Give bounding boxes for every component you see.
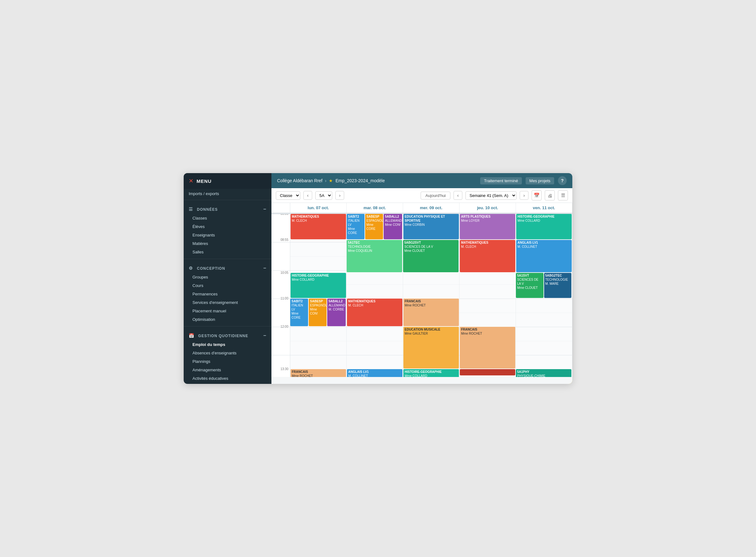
header-mar: mar. 08 oct. xyxy=(347,203,403,213)
calendar-event[interactable]: ARTS PLASTIQUESMme LOYER xyxy=(460,214,515,239)
sidebar-item-cours[interactable]: Cours xyxy=(184,281,272,290)
calendar-event[interactable]: SABESPESPAGNOLMme CORE xyxy=(365,214,383,239)
sidebar-item-optimisation[interactable]: Optimisation xyxy=(184,315,272,324)
calendar-event[interactable]: HISTOIRE-GEOGRAPHIEMme COLLARD xyxy=(403,369,459,377)
sidebar-item-imports[interactable]: Imports / exports xyxy=(184,189,272,199)
calendar-event[interactable]: ANGLAIS LV1M. COLLINET xyxy=(516,240,572,272)
time-header xyxy=(272,203,290,213)
class-selector[interactable]: 5A xyxy=(315,191,332,200)
sidebar-item-classes[interactable]: Classes xyxy=(184,214,272,222)
database-icon: ☰ xyxy=(189,207,193,212)
calendar-event[interactable]: MATHEMATIQUESM. CLECH xyxy=(347,299,403,326)
calendar-event[interactable]: 5A1SVTSCIENCES DE LA VMme CLOUET xyxy=(516,273,543,298)
calendar-event[interactable]: 5ABG2SVTSCIENCES DE LA VMme CLOUET xyxy=(403,240,459,272)
time-column: 08:0008:5510:0511:0012:0013:3014:2515:35… xyxy=(272,214,290,377)
header-ven: ven. 11 oct. xyxy=(516,203,572,213)
day-column-ven: HISTOIRE-GEOGRAPHIEMme COLLARDANGLAIS LV… xyxy=(516,214,572,377)
sidebar-item-emploi[interactable]: Emploi du temps xyxy=(184,340,272,349)
prev-class-button[interactable]: ‹ xyxy=(304,191,312,200)
day-column-mer: EDUCATION PHYSIQUE ET SPORTIVEMme CORBIN… xyxy=(403,214,460,377)
next-week-button[interactable]: › xyxy=(520,191,529,200)
calendar-wrapper: lun. 07 oct. mar. 08 oct. mer. 09 oct. j… xyxy=(272,203,572,377)
calendar-event[interactable]: 5ABG2TECTECHNOLOGIEM. MARE xyxy=(544,273,572,298)
section-donnees-label: DONNÉES xyxy=(197,207,218,212)
calendar-area: lun. 07 oct. mar. 08 oct. mer. 09 oct. j… xyxy=(272,203,572,384)
header-mer: mer. 09 oct. xyxy=(403,203,460,213)
main-content: Collège Aldébaran Rref › ★ Emp_2023-2024… xyxy=(272,173,572,384)
calendar-event[interactable]: HISTOIRE-GEOGRAPHIEMme COLLARD xyxy=(290,273,346,298)
sidebar-item-eleves[interactable]: Élèves xyxy=(184,222,272,231)
day-column-mar: SABIT2ITALIEN LVMme CORESABESPESPAGNOLMm… xyxy=(347,214,403,377)
top-bar: Collège Aldébaran Rref › ★ Emp_2023-2024… xyxy=(272,173,572,188)
calendar-event[interactable]: SABIT2ITALIEN LVMme CORE xyxy=(290,299,308,326)
help-button[interactable]: ? xyxy=(558,176,567,185)
calendar-event[interactable]: 5ABALL2ALLEMANDMme CON! xyxy=(384,214,402,239)
calendar-event[interactable]: SABESPESPAGNOLMme CON! xyxy=(309,299,326,326)
close-icon[interactable]: ✕ xyxy=(189,177,193,184)
collapse-conception-icon[interactable]: − xyxy=(263,265,266,271)
toolbar: Classe ‹ 5A › Aujourd'hui ‹ Semaine 41 (… xyxy=(272,188,572,203)
calendar-event[interactable]: EDUCATION PHYSIQUE ET SPORTIVEMme CORBIN xyxy=(403,214,459,239)
sidebar-item-plannings[interactable]: Plannings xyxy=(184,357,272,366)
view-selector[interactable]: Classe xyxy=(276,191,300,200)
prev-week-button[interactable]: ‹ xyxy=(453,191,462,200)
today-button[interactable]: Aujourd'hui xyxy=(421,192,450,200)
header-lun: lun. 07 oct. xyxy=(290,203,347,213)
calendar-header-row: lun. 07 oct. mar. 08 oct. mer. 09 oct. j… xyxy=(272,203,572,214)
sidebar-item-services[interactable]: Services d'enseignement xyxy=(184,298,272,307)
breadcrumb-separator: › xyxy=(325,178,326,183)
collapse-gestion-icon[interactable]: − xyxy=(263,333,266,339)
sidebar-item-placement[interactable]: Placement manuel xyxy=(184,307,272,315)
calendar-event[interactable]: ANGLAIS LV1M. COLLINET xyxy=(347,369,403,377)
sidebar-item-absences[interactable]: Absences d'enseignants xyxy=(184,349,272,357)
treatment-status-button[interactable]: Traitement terminé xyxy=(480,177,522,184)
sidebar-item-matieres[interactable]: Matières xyxy=(184,239,272,248)
menu-title: MENU xyxy=(196,178,212,184)
header-jeu: jeu. 10 oct. xyxy=(460,203,516,213)
section-conception-label: CONCEPTION xyxy=(197,266,225,271)
day-column-lun: MATHEMATIQUESM. CLECHHISTOIRE-GEOGRAPHIE… xyxy=(290,214,347,377)
calendar-body: 08:0008:5510:0511:0012:0013:3014:2515:35… xyxy=(272,214,572,377)
calendar-event[interactable]: EDUCATION MUSICALEMme GAULTIER xyxy=(403,327,459,369)
sidebar-item-activites[interactable]: Activités éducatives xyxy=(184,374,272,383)
calendar-event[interactable]: MATHEMATIQUESM. CLECH xyxy=(290,214,346,239)
sidebar-item-enseignants[interactable]: Enseignants xyxy=(184,231,272,239)
calendar-event[interactable] xyxy=(460,369,515,375)
breadcrumb-project[interactable]: Emp_2023-2024_modèle xyxy=(335,178,385,183)
calendar-scroll-area[interactable]: 08:0008:5510:0511:0012:0013:3014:2515:35… xyxy=(272,214,572,377)
sidebar-section-gestion: 📅 GESTION QUOTIDIENNE − Emploi du temps … xyxy=(184,328,272,384)
calendar-event[interactable]: 5A1TECTECHNOLOGIEMme COQUELIN xyxy=(347,240,402,272)
calendar-event[interactable]: FRANCAISMme ROCHET xyxy=(460,327,515,369)
calendar-picker-button[interactable]: 📅 xyxy=(532,190,542,200)
next-class-button[interactable]: › xyxy=(335,191,344,200)
sidebar-item-permanences[interactable]: Permanences xyxy=(184,290,272,298)
sidebar: ✕ MENU Imports / exports ☰ DONNÉES − Cla… xyxy=(184,173,272,384)
breadcrumb-school[interactable]: Collège Aldébaran Rref xyxy=(277,178,322,183)
section-gestion-label: GESTION QUOTIDIENNE xyxy=(198,334,248,338)
sidebar-section-donnees: ☰ DONNÉES − Classes Élèves Enseignants M… xyxy=(184,201,272,258)
sidebar-item-salles[interactable]: Salles xyxy=(184,248,272,256)
calendar-event[interactable]: SABIT2ITALIEN LVMme CORE xyxy=(347,214,365,239)
breadcrumb-star-icon: ★ xyxy=(329,178,333,183)
calendar-event[interactable]: 5ABALL2ALLEMANDM. CORBE xyxy=(327,299,346,326)
calendar-event[interactable]: MATHEMATIQUESM. CLECH xyxy=(460,240,515,272)
sidebar-item-groupes[interactable]: Groupes xyxy=(184,273,272,281)
calendar-event[interactable]: HISTOIRE-GEOGRAPHIEMme COLLARD xyxy=(516,214,572,239)
calendar-event[interactable]: 5A1PHYPHYSIQUE-CHIMIEM. CASTEL xyxy=(516,369,571,377)
more-options-button[interactable]: ☰ xyxy=(558,190,568,200)
sidebar-section-conception: ⚙ CONCEPTION − Groupes Cours Permanences… xyxy=(184,260,272,325)
calendar-event[interactable]: FRANCAISMme ROCHET xyxy=(290,369,346,377)
calendar-event[interactable]: FRANCAISMme ROCHET xyxy=(403,299,459,326)
sidebar-header: ✕ MENU xyxy=(184,173,272,189)
gear-icon: ⚙ xyxy=(189,266,193,271)
day-column-jeu: ARTS PLASTIQUESMme LOYERMATHEMATIQUESM. … xyxy=(460,214,516,377)
my-projects-button[interactable]: Mes projets xyxy=(526,177,554,184)
print-button[interactable]: 🖨 xyxy=(545,190,555,200)
calendar-icon: 📅 xyxy=(189,333,194,338)
collapse-donnees-icon[interactable]: − xyxy=(263,206,266,212)
week-selector[interactable]: Semaine 41 (Sem. A) xyxy=(466,191,516,200)
sidebar-item-amenagements[interactable]: Aménagements xyxy=(184,366,272,374)
